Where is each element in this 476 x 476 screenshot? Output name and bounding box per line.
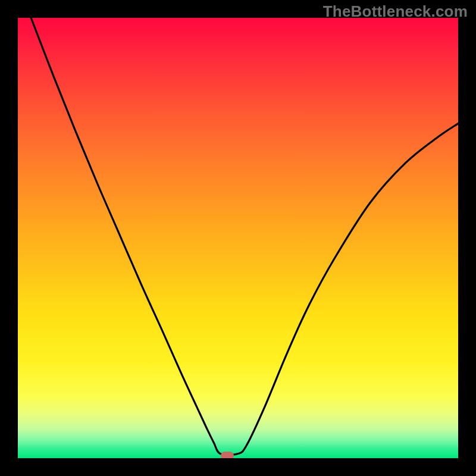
optimum-marker bbox=[221, 452, 234, 458]
chart-frame: TheBottleneck.com bbox=[0, 0, 476, 476]
watermark-text: TheBottleneck.com bbox=[323, 2, 468, 21]
bottleneck-curve bbox=[18, 18, 458, 458]
plot-area bbox=[18, 18, 458, 458]
